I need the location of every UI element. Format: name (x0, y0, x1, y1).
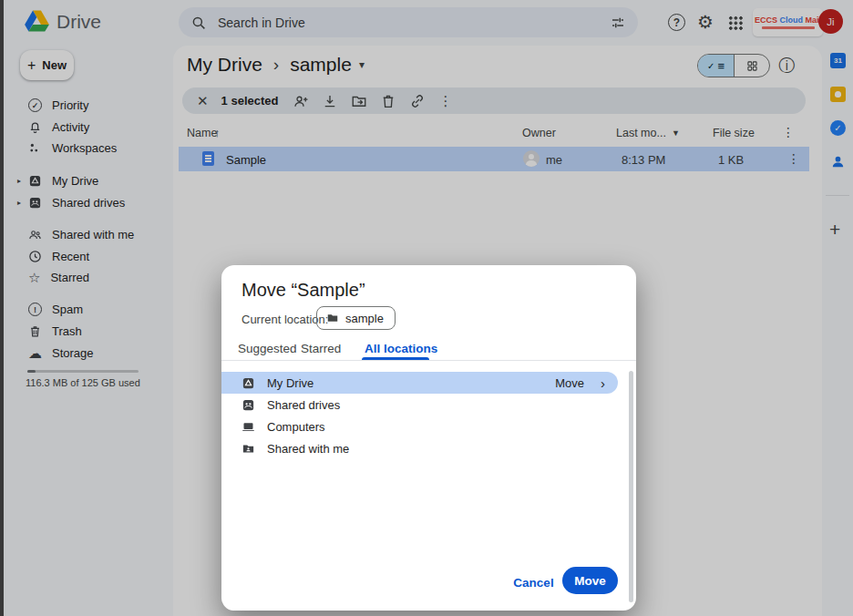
current-location-name: sample (345, 312, 384, 325)
location-row-shared-drives[interactable]: Shared drives (221, 394, 618, 416)
dialog-scrollbar[interactable] (629, 371, 633, 602)
dialog-title: Move “Sample” (242, 280, 365, 301)
chevron-right-icon[interactable]: › (601, 375, 605, 391)
folder-icon (326, 312, 339, 324)
move-button[interactable]: Move (562, 567, 618, 594)
tabs-divider (221, 360, 636, 361)
cancel-button[interactable]: Cancel (509, 570, 559, 594)
tab-all-locations[interactable]: All locations (365, 342, 437, 355)
shared-drives-icon (242, 398, 255, 412)
my-drive-icon (242, 376, 255, 390)
tab-suggested[interactable]: Suggested (238, 342, 297, 355)
tab-starred[interactable]: Starred (301, 342, 341, 355)
laptop-icon (242, 420, 255, 434)
location-row-my-drive[interactable]: My Drive Move › (221, 372, 618, 394)
location-row-shared-with-me[interactable]: Shared with me (221, 437, 618, 459)
move-dialog: Move “Sample” Current location: sample S… (221, 265, 636, 611)
shared-folder-icon (242, 442, 255, 456)
row-move-action[interactable]: Move (555, 376, 584, 390)
google-drive-window: Drive Search in Drive ? ⚙ ECCS Cloud Mai… (0, 0, 853, 616)
current-location-chip[interactable]: sample (316, 306, 396, 330)
location-row-computers[interactable]: Computers (221, 416, 618, 437)
